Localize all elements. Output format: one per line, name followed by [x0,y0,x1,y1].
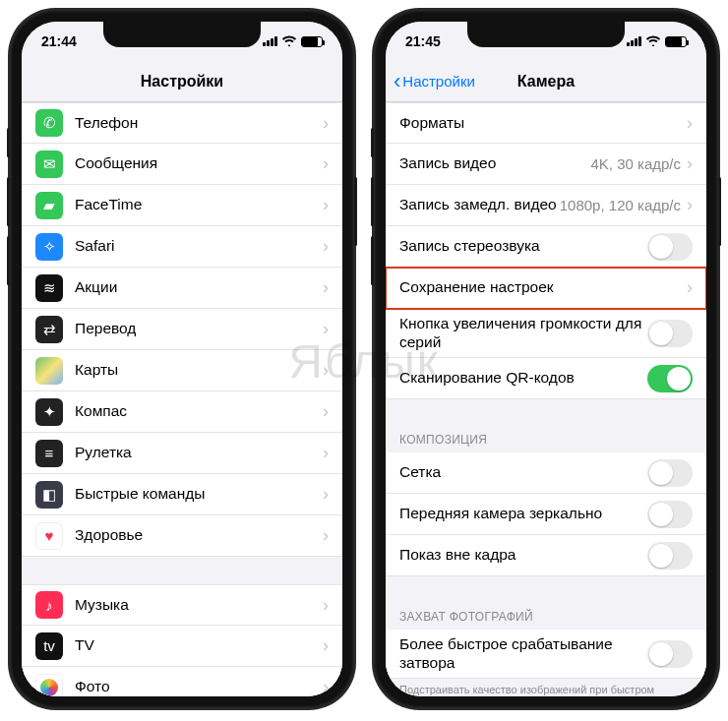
navbar: ‹ Настройки Камера [386,61,706,102]
stocks-icon: ≋ [35,274,63,302]
row-detail: 4K, 30 кадр/с [590,155,681,172]
row-mirror[interactable]: Передняя камера зеркально [386,494,706,535]
section-header: КОМПОЗИЦИЯ [386,427,706,452]
settings-row-compass[interactable]: ✦Компас› [22,391,342,433]
back-label: Настройки [402,73,475,90]
settings-row-health[interactable]: ♥Здоровье› [22,515,342,557]
row-volburst[interactable]: Кнопка увеличения громкости для серий [386,309,706,358]
settings-row-messages[interactable]: ✉Сообщения› [22,144,342,185]
maps-icon [35,357,63,385]
settings-list[interactable]: ✆Телефон›✉Сообщения›▰FaceTime›✧Safari›≋А… [22,102,342,696]
health-icon: ♥ [35,522,63,550]
settings-row-stocks[interactable]: ≋Акции› [22,268,342,309]
row-formats[interactable]: Форматы› [386,102,706,144]
measure-icon: ≡ [35,440,63,467]
settings-row-music[interactable]: ♪Музыка› [22,584,342,626]
section-footer: Подстраивать качество изображений при бы… [386,679,706,696]
settings-row-facetime[interactable]: ▰FaceTime› [22,185,342,226]
chevron-right-icon: › [323,277,329,298]
chevron-right-icon: › [323,443,329,463]
settings-row-safari[interactable]: ✧Safari› [22,226,342,268]
settings-row-measure[interactable]: ≡Рулетка› [22,433,342,474]
compass-icon: ✦ [35,398,63,426]
row-qr[interactable]: Сканирование QR-кодов [386,358,706,399]
photos-icon [35,674,63,697]
chevron-right-icon: › [323,677,329,696]
navbar: Настройки [22,61,342,102]
row-label: Карты [75,361,323,380]
page-title: Камера [517,73,575,90]
row-label: Компас [75,402,323,421]
back-button[interactable]: ‹ Настройки [394,71,475,92]
toggle-grid[interactable] [647,459,693,487]
row-label: Передняя камера зеркально [399,505,647,523]
signal-icon [263,36,277,46]
row-slowmo[interactable]: Запись замедл. видео1080p, 120 кадр/с› [386,185,706,226]
row-fastshutter[interactable]: Более быстрое срабатывание затвора [386,630,706,679]
row-label: Запись видео [399,154,590,173]
page-title: Настройки [141,73,223,90]
chevron-right-icon: › [323,236,329,257]
row-label: TV [75,636,323,655]
row-label: Здоровье [75,526,323,545]
row-label: Более быстрое срабатывание затвора [399,635,647,672]
row-video[interactable]: Запись видео4K, 30 кадр/с› [386,144,706,185]
row-label: Форматы [399,114,687,133]
toggle-outside[interactable] [647,542,693,570]
toggle-mirror[interactable] [647,501,693,528]
row-label: Быстрые команды [75,485,323,504]
chevron-right-icon: › [323,635,329,656]
chevron-right-icon: › [323,113,329,134]
messages-icon: ✉ [35,150,63,178]
settings-row-translate[interactable]: ⇄Перевод› [22,309,342,350]
toggle-fastshutter[interactable] [647,640,693,668]
toggle-volburst[interactable] [647,320,693,347]
settings-row-phone[interactable]: ✆Телефон› [22,102,342,144]
wifi-icon [645,33,661,49]
row-label: Сетка [399,463,647,482]
chevron-right-icon: › [323,484,329,505]
shortcuts-icon: ◧ [35,481,63,509]
chevron-right-icon: › [323,153,329,174]
row-detail: 1080p, 120 кадр/с [560,197,681,213]
chevron-right-icon: › [323,195,329,215]
chevron-right-icon: › [687,195,693,215]
phone-right: 21:45 ‹ Настройки Камера Форматы›Запись … [374,10,718,708]
settings-row-maps[interactable]: Карты› [22,350,342,391]
row-grid[interactable]: Сетка [386,452,706,494]
row-label: Фото [75,678,323,696]
notch [467,22,625,47]
tv-icon: tv [35,632,63,660]
chevron-right-icon: › [323,525,329,546]
safari-icon: ✧ [35,233,63,261]
row-stereo[interactable]: Запись стереозвука [386,226,706,268]
row-label: Кнопка увеличения громкости для серий [399,315,647,351]
facetime-icon: ▰ [35,192,63,219]
row-label: Рулетка [75,444,323,462]
status-time: 21:44 [41,33,77,49]
row-label: Запись замедл. видео [399,196,560,214]
row-outside[interactable]: Показ вне кадра [386,535,706,576]
settings-row-shortcuts[interactable]: ◧Быстрые команды› [22,474,342,515]
status-time: 21:45 [405,33,441,49]
battery-icon [665,36,687,47]
row-preserve[interactable]: Сохранение настроек› [386,268,706,309]
row-label: Safari [75,237,323,256]
signal-icon [627,36,641,46]
chevron-left-icon: ‹ [394,71,400,92]
row-label: Сканирование QR-кодов [399,369,647,388]
chevron-right-icon: › [323,360,329,381]
row-label: FaceTime [75,196,323,214]
row-label: Перевод [75,320,323,338]
row-label: Акции [75,278,323,297]
wifi-icon [281,33,297,49]
chevron-right-icon: › [687,153,693,174]
row-label: Сообщения [75,154,323,173]
chevron-right-icon: › [323,319,329,339]
toggle-stereo[interactable] [647,233,693,261]
toggle-qr[interactable] [647,365,693,392]
camera-settings-list[interactable]: Форматы›Запись видео4K, 30 кадр/с›Запись… [386,102,706,696]
settings-row-tv[interactable]: tvTV› [22,626,342,667]
settings-row-photos[interactable]: Фото› [22,667,342,696]
row-label: Сохранение настроек [399,278,687,297]
